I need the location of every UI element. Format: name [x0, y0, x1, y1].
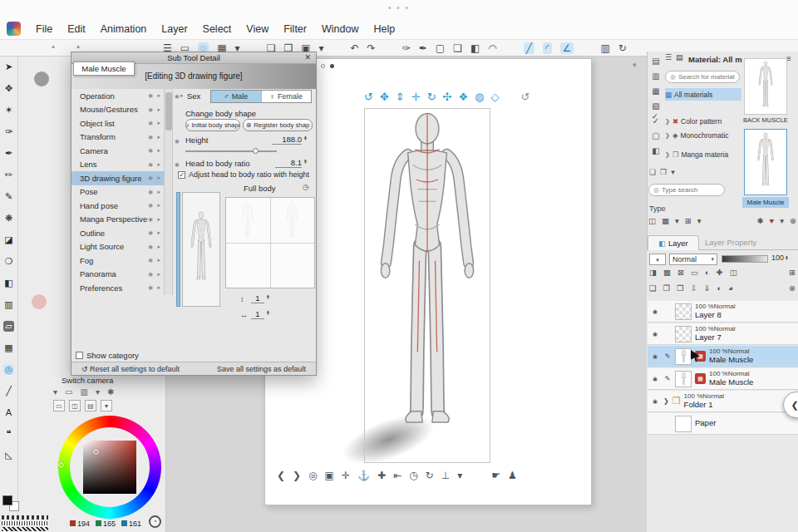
anchor-icon[interactable]: ⚓: [357, 470, 370, 481]
eyedropper-icon[interactable]: ✑: [402, 42, 411, 54]
prop-caret-icon[interactable]: ▾: [96, 387, 100, 397]
view-caret-icon[interactable]: ▾: [675, 216, 679, 225]
ratio-stepper[interactable]: ▴▾: [304, 159, 307, 165]
eye-icon[interactable]: ◉: [175, 138, 180, 145]
sex-female-option[interactable]: ♀ Female: [261, 91, 312, 102]
model-pose-icon[interactable]: ❖: [458, 91, 468, 103]
canvas-collapse-icon[interactable]: ▾: [633, 61, 637, 69]
copy-icon[interactable]: ❑: [453, 42, 462, 54]
eye-icon[interactable]: ◉: [175, 161, 180, 168]
opacity-stepper[interactable]: ▴▾: [786, 255, 788, 261]
layer-row[interactable]: ◉ 100 %NormalLayer 7: [648, 323, 798, 345]
3d-male-figure[interactable]: [367, 105, 488, 466]
pen-icon[interactable]: ✒: [419, 42, 427, 54]
brush-size-box-icon[interactable]: ▭: [53, 400, 65, 411]
saturation-value-box[interactable]: [83, 441, 136, 494]
menu-item[interactable]: Help: [373, 23, 395, 35]
new-layer-folder-icon[interactable]: ❒: [677, 283, 684, 293]
redo-icon[interactable]: ↷: [367, 42, 376, 54]
hardness-box-icon[interactable]: ▤: [85, 400, 96, 411]
eraser-tool-icon[interactable]: ◪: [4, 234, 12, 245]
favorite-icon[interactable]: ♥: [770, 216, 775, 225]
eye-icon[interactable]: ◉: [148, 229, 153, 236]
hue-cursor[interactable]: [58, 462, 64, 468]
delete-layer-icon[interactable]: ⊗: [789, 283, 796, 293]
palette-combine-icon[interactable]: ◨: [649, 268, 657, 277]
opacity-box-icon[interactable]: ◫: [69, 400, 81, 411]
category-hand-pose[interactable]: Hand pose ◉ ▸: [71, 199, 164, 213]
camera-pan-icon[interactable]: ✥: [380, 91, 389, 103]
head-body-ratio-value[interactable]: 8.1: [275, 158, 302, 168]
canvas-tab-dot[interactable]: [330, 64, 334, 68]
chevron-right-icon[interactable]: ▸: [157, 134, 160, 140]
rotate-pose-icon[interactable]: ↻: [426, 470, 434, 481]
chevron-right-icon[interactable]: ❯: [665, 118, 670, 125]
opacity-slider[interactable]: [722, 255, 768, 263]
camera-zoom-icon[interactable]: ⇕: [396, 91, 405, 103]
blend-mini-combo[interactable]: ▾: [649, 254, 666, 265]
eye-icon[interactable]: ◉: [650, 308, 660, 315]
prop-collapse-icon[interactable]: ▾: [53, 387, 57, 397]
menu-item[interactable]: Select: [203, 23, 232, 35]
pattern-swatch[interactable]: [2, 515, 48, 520]
eye-icon[interactable]: ◉: [148, 120, 153, 126]
timer-icon[interactable]: ◷: [409, 470, 417, 481]
eye-icon[interactable]: ◉: [148, 257, 153, 264]
panel-list-icon[interactable]: ▥: [652, 71, 659, 81]
gradient-tool-icon[interactable]: ▥: [4, 299, 12, 310]
camera-roll-icon[interactable]: ◍: [475, 91, 484, 103]
category-preferences[interactable]: Preferences ◉ ▸: [71, 281, 164, 295]
blend-tool-icon[interactable]: ❍: [5, 256, 13, 267]
chevron-right-icon[interactable]: ▸: [157, 189, 160, 195]
create-mask-icon[interactable]: ◐: [717, 283, 722, 293]
app-logo-icon[interactable]: [7, 22, 21, 36]
color-wheel[interactable]: [57, 414, 163, 520]
eye-icon[interactable]: ◉: [650, 353, 660, 360]
tag-grid-icon[interactable]: ⊞: [685, 216, 692, 225]
blend-mode-select[interactable]: Normal▾: [669, 254, 717, 265]
new-raster-layer-icon[interactable]: ❏: [649, 283, 657, 293]
type-search-box[interactable]: ◎: [648, 184, 725, 196]
full-body-timer-icon[interactable]: ◷: [303, 183, 309, 191]
sv-cursor[interactable]: [93, 449, 99, 455]
switch-camera-label[interactable]: Switch camera: [62, 376, 113, 385]
category-light-source[interactable]: Light Source ◉ ▸: [71, 240, 164, 254]
pattern-swatch[interactable]: [2, 521, 48, 525]
chevron-right-icon[interactable]: ▸: [157, 284, 160, 291]
eye-icon[interactable]: ◉: [148, 147, 153, 154]
eye-icon[interactable]: ◉: [650, 398, 660, 405]
menu-item[interactable]: Filter: [283, 23, 307, 35]
model-move-icon[interactable]: ✛: [411, 91, 421, 103]
panel-collapse-icon[interactable]: ▴: [76, 42, 80, 50]
favorite-caret-icon[interactable]: ▾: [780, 216, 784, 225]
category-outline[interactable]: Outline ◉ ▸: [71, 226, 164, 240]
layer-thumbnail[interactable]: [675, 348, 692, 365]
foreground-color-swatch[interactable]: [2, 495, 12, 505]
tab-layer-property[interactable]: Layer Property: [705, 238, 756, 247]
line-correct-tool-icon[interactable]: ╱: [6, 386, 12, 397]
chevron-right-icon[interactable]: ▸: [157, 161, 160, 168]
model-rotate-icon[interactable]: ↻: [427, 91, 436, 103]
snap-curve-icon[interactable]: ◜: [543, 42, 552, 54]
prev-page-icon[interactable]: ❮: [277, 470, 285, 481]
operation-tool-icon[interactable]: ➤: [5, 62, 12, 72]
material-check-icon[interactable]: ✓: [652, 112, 658, 121]
reset-view-icon[interactable]: ↺: [520, 91, 530, 103]
folder-expand-icon[interactable]: ❯: [663, 397, 669, 405]
fill-tool-icon[interactable]: ◧: [4, 278, 12, 288]
chevron-right-icon[interactable]: ▸: [157, 92, 160, 99]
menu-item[interactable]: Layer: [161, 23, 187, 35]
mat-list-view-icon[interactable]: ☰: [665, 53, 672, 62]
preview-slider[interactable]: [176, 192, 180, 307]
category-panorama[interactable]: Panorama ◉ ▸: [71, 268, 164, 282]
vertical-adjust-value[interactable]: 1: [251, 293, 264, 303]
category-camera[interactable]: Camera ◉ ▸: [71, 144, 164, 158]
chevron-right-icon[interactable]: ▸: [157, 216, 160, 223]
balloon-tool-icon[interactable]: ❝: [7, 428, 12, 439]
paste-caret-icon[interactable]: ▾: [671, 168, 675, 176]
ground-snap-icon[interactable]: ⊥: [441, 470, 450, 481]
eye-icon[interactable]: ◉: [148, 175, 153, 181]
delete-material-icon[interactable]: ⊗: [790, 216, 796, 225]
eye-icon[interactable]: ◉: [148, 216, 153, 223]
adjust-ratio-checkbox[interactable]: ✓: [178, 171, 185, 179]
